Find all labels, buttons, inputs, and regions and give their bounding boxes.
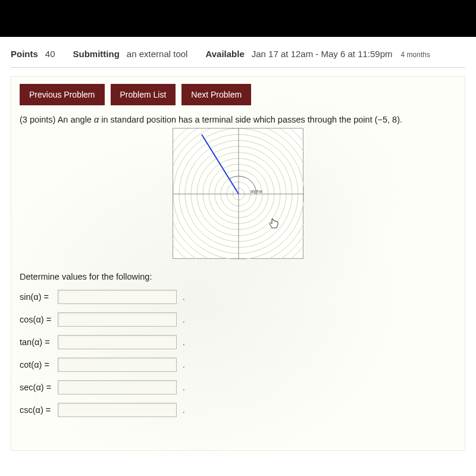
- sec-input[interactable]: [58, 380, 177, 394]
- csc-input[interactable]: [58, 403, 177, 417]
- previous-problem-button[interactable]: Previous Problem: [20, 84, 105, 105]
- sin-row: sin(α) = .: [20, 290, 456, 304]
- determine-prompt: Determine values for the following:: [20, 272, 456, 281]
- available-duration: 4 months: [401, 51, 430, 59]
- sin-period: .: [183, 293, 185, 302]
- assignment-meta-row: Points 40 Submitting an external tool Av…: [11, 45, 465, 68]
- problem-nav: Previous Problem Problem List Next Probl…: [20, 84, 456, 105]
- csc-label: csc(α) =: [20, 405, 58, 415]
- sec-row: sec(α) = .: [20, 380, 456, 394]
- sin-input[interactable]: [58, 290, 177, 304]
- sec-period: .: [183, 383, 185, 392]
- cot-row: cot(α) = .: [20, 358, 456, 372]
- points-value: 40: [45, 49, 55, 59]
- window-top-blackbar: [0, 0, 476, 37]
- sin-label: sin(α) =: [20, 292, 58, 302]
- tan-label: tan(α) =: [20, 337, 58, 347]
- tan-input[interactable]: [58, 335, 177, 349]
- graph-container: alpha: [20, 128, 456, 259]
- cot-input[interactable]: [58, 358, 177, 372]
- question-alpha: α: [94, 115, 99, 124]
- tan-period: .: [183, 338, 185, 347]
- angle-graph-svg: alpha: [173, 129, 304, 259]
- tan-row: tan(α) = .: [20, 335, 456, 349]
- csc-period: .: [183, 406, 185, 415]
- submitting-value: an external tool: [127, 49, 188, 59]
- problem-panel: Previous Problem Problem List Next Probl…: [11, 76, 465, 451]
- cos-period: .: [183, 315, 185, 324]
- angle-graph[interactable]: alpha: [173, 128, 303, 259]
- csc-row: csc(α) = .: [20, 403, 456, 417]
- points-label: Points: [11, 49, 38, 59]
- question-points: (3 points): [20, 115, 55, 124]
- cos-label: cos(α) =: [20, 315, 58, 324]
- sec-label: sec(α) =: [20, 383, 58, 392]
- graph-angle-label: alpha: [250, 189, 262, 194]
- cot-label: cot(α) =: [20, 360, 58, 369]
- submitting-label: Submitting: [73, 49, 120, 59]
- available-value: Jan 17 at 12am - May 6 at 11:59pm: [252, 49, 393, 59]
- cot-period: .: [183, 361, 185, 369]
- cos-row: cos(α) = .: [20, 312, 456, 327]
- problem-list-button[interactable]: Problem List: [111, 84, 176, 105]
- question-text: (3 points) An angle α in standard positi…: [20, 115, 456, 124]
- question-part2: in standard position has a terminal side…: [99, 115, 402, 124]
- page-content: Points 40 Submitting an external tool Av…: [0, 37, 476, 476]
- question-part1: An angle: [55, 115, 94, 124]
- next-problem-button[interactable]: Next Problem: [181, 84, 251, 105]
- available-label: Available: [205, 49, 244, 59]
- cos-input[interactable]: [58, 312, 177, 327]
